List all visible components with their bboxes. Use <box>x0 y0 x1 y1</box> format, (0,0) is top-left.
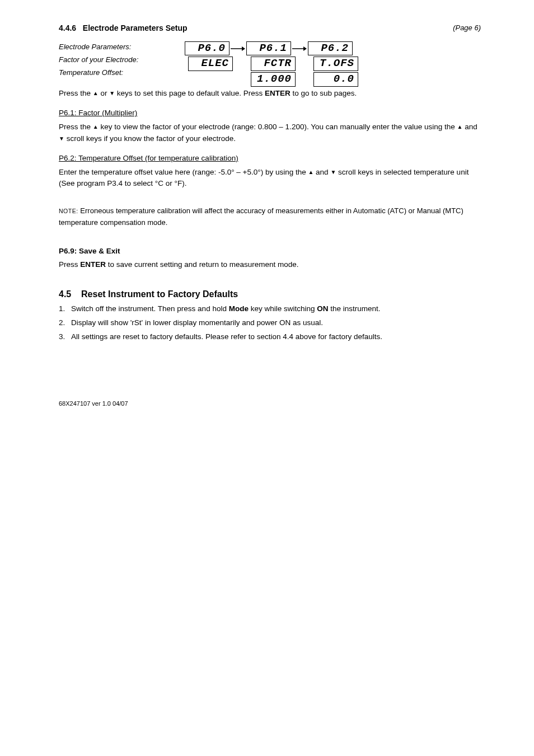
triangle-up-icon: ▲ <box>308 169 313 175</box>
text: Enter the temperature offset value here … <box>59 168 308 176</box>
on-key: ON <box>317 304 328 313</box>
text: and <box>463 123 477 131</box>
step-text: Display will show 'rSt' in lower display… <box>71 317 323 329</box>
section-title: Electrode Parameters Setup <box>83 24 188 32</box>
page-ref: (Page 6) <box>453 22 481 34</box>
footer: 68X247107 ver 1.0 04/07 <box>59 399 481 408</box>
text: to save current setting and return to me… <box>106 260 298 269</box>
factor-title: P6.1: Factor (Multiplier) <box>59 107 481 119</box>
triangle-up-icon: ▲ <box>93 124 99 130</box>
step-num: 2. <box>59 317 71 329</box>
lcd-p60: P6.0 <box>185 41 229 56</box>
text: key while switching <box>249 304 317 313</box>
diagram-boxes: P6.0 P6.1 P6.2 ELEC FCTR T.OFS 1.000 0.0 <box>185 41 358 88</box>
text: key to view the factor of your electrode… <box>99 123 457 131</box>
step-2: 2. Display will show 'rSt' in lower disp… <box>59 317 481 329</box>
text: the instrument. <box>328 304 380 313</box>
degree-c: °C <box>155 179 163 187</box>
note-text: Erroneous temperature calibration will a… <box>59 206 463 227</box>
lcd-fctr: FCTR <box>251 57 296 71</box>
text: or <box>99 89 110 97</box>
note-block: NOTE: Erroneous temperature calibration … <box>59 205 481 229</box>
mode-key: Mode <box>229 304 249 313</box>
svg-marker-3 <box>303 46 307 51</box>
note-label: NOTE: <box>59 208 78 214</box>
diagram-labels-col: Electrode Parameters: Factor of your Ele… <box>59 41 185 80</box>
diagram-row-1: P6.0 P6.1 P6.2 <box>185 41 358 56</box>
save-para: Press ENTER to save current setting and … <box>59 259 481 271</box>
lcd-val-tofs: 0.0 <box>313 72 358 87</box>
text: to go to sub pages. <box>291 89 357 97</box>
triangle-down-icon: ▼ <box>59 135 64 142</box>
enter-key: ENTER <box>265 89 291 97</box>
lcd-val-fctr: 1.000 <box>251 72 296 87</box>
arrow-right-icon <box>231 45 245 52</box>
step-num: 1. <box>59 303 71 315</box>
text: and <box>313 168 330 176</box>
reset-title: Reset Instrument to Factory Defaults <box>81 289 238 299</box>
save-title: P6.9: Save & Exit <box>59 246 481 257</box>
text: Press <box>59 260 80 269</box>
step-text: Switch off the instrument. Then press an… <box>71 303 381 315</box>
text: Press the <box>59 123 93 131</box>
arrow-right-icon <box>292 45 307 52</box>
triangle-up-icon: ▲ <box>457 124 463 130</box>
reset-section-num: 4.5 <box>59 289 71 299</box>
text: Press the <box>59 89 93 97</box>
label-factor: Factor of your Electrode: <box>59 54 185 65</box>
offset-title: P6.2: Temperature Offset (for temperatur… <box>59 153 481 165</box>
text: Switch off the instrument. Then press an… <box>71 304 229 313</box>
text: keys to set this page to default value. … <box>115 89 265 97</box>
label-electrode: Electrode Parameters: <box>59 41 185 53</box>
triangle-down-icon: ▼ <box>109 90 115 96</box>
enter-key: ENTER <box>80 260 106 269</box>
svg-marker-1 <box>242 46 245 51</box>
triangle-up-icon: ▲ <box>93 90 99 96</box>
para-2: Press the ▲ key to view the factor of yo… <box>59 121 481 145</box>
step-text: All settings are reset to factory defaul… <box>71 331 382 343</box>
lcd-tofs: T.OFS <box>313 57 358 71</box>
header-row: 4.4.6 Electrode Parameters Setup (Page 6… <box>59 22 481 35</box>
reset-header: 4.5 Reset Instrument to Factory Defaults <box>59 288 481 302</box>
para-3: Enter the temperature offset value here … <box>59 167 481 190</box>
section-number: 4.4.6 <box>59 24 76 32</box>
step-num: 3. <box>59 331 71 343</box>
diagram-row-2: ELEC FCTR T.OFS <box>188 57 358 71</box>
lcd-elec: ELEC <box>188 57 233 71</box>
diagram-row-3: 1.000 0.0 <box>251 72 358 87</box>
triangle-down-icon: ▼ <box>330 169 336 175</box>
text: scroll keys if you know the factor of yo… <box>64 134 236 143</box>
footer-text: 68X247107 ver 1.0 04/07 <box>59 400 128 407</box>
step-1: 1. Switch off the instrument. Then press… <box>59 303 481 315</box>
text: or °F). <box>163 179 186 187</box>
section-header: 4.4.6 Electrode Parameters Setup <box>59 22 188 35</box>
label-offset: Temperature Offset: <box>59 67 185 78</box>
lcd-p62: P6.2 <box>308 41 353 56</box>
para-1: Press the ▲ or ▼ keys to set this page t… <box>59 88 481 100</box>
lcd-p61: P6.1 <box>246 41 291 56</box>
diagram-block: Electrode Parameters: Factor of your Ele… <box>59 41 481 88</box>
step-3: 3. All settings are reset to factory def… <box>59 331 481 343</box>
